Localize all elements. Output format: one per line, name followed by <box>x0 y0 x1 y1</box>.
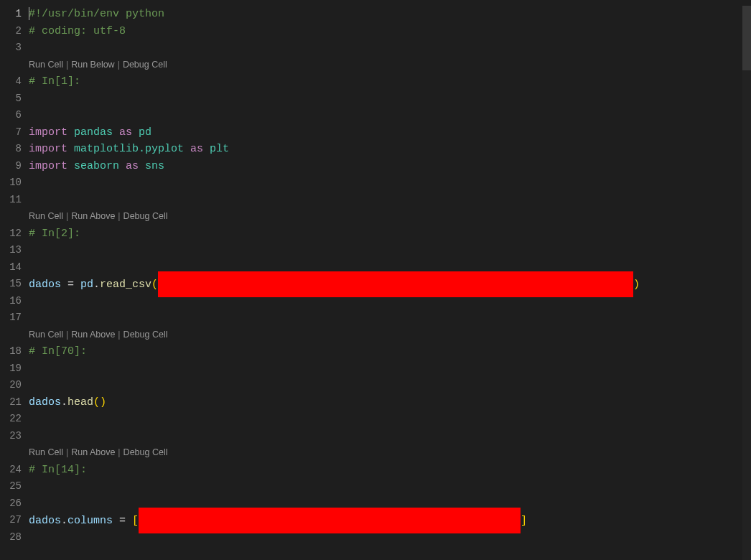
code-token: as <box>190 143 203 155</box>
line-number-gutter: 1 2 3 4 5 6 7 8 9 10 11 12 13 14 15 16 1… <box>0 6 29 560</box>
line-number: 18 <box>0 343 22 360</box>
line-number: 14 <box>0 259 22 276</box>
line-number: 8 <box>0 141 22 158</box>
line-number: 25 <box>0 478 22 495</box>
line-number: 26 <box>0 495 22 513</box>
line-number: 17 <box>0 309 22 327</box>
code-token: dados <box>29 515 61 527</box>
code-token: [ <box>132 515 139 527</box>
line-number: 20 <box>0 377 22 394</box>
code-token: read_csv <box>100 279 151 291</box>
line-number: 19 <box>0 360 22 378</box>
redacted-block <box>158 271 633 297</box>
codelens-run-cell[interactable]: Run Cell <box>29 208 63 225</box>
line-number: 12 <box>0 225 22 243</box>
redacted-block <box>139 508 521 533</box>
line-number: 10 <box>0 174 22 192</box>
code-token: ( <box>93 396 100 409</box>
code-token: # In[1]: <box>29 75 80 88</box>
line-number: 22 <box>0 411 22 428</box>
codelens-run-cell[interactable]: Run Cell <box>29 57 63 74</box>
line-number: 9 <box>0 158 22 175</box>
code-token: pd <box>80 279 93 291</box>
code-token: # In[2]: <box>29 228 80 240</box>
codelens-debug-cell[interactable]: Debug Cell <box>123 327 168 344</box>
code-token: ) <box>633 279 640 291</box>
code-token: matplotlib.pyplot <box>74 143 184 155</box>
line-number: 23 <box>0 428 22 445</box>
codelens-debug-cell[interactable]: Debug Cell <box>123 208 168 225</box>
codelens-run-cell[interactable]: Run Cell <box>29 327 63 344</box>
code-token: ] <box>521 515 527 527</box>
code-token: . <box>61 396 67 409</box>
code-token: dados <box>29 396 61 409</box>
codelens-run-above[interactable]: Run Above <box>71 208 115 225</box>
code-token: # In[14]: <box>29 464 87 476</box>
code-token: as <box>119 126 132 139</box>
line-number: 21 <box>0 394 22 411</box>
line-number: 7 <box>0 124 22 141</box>
code-token: . <box>93 279 100 291</box>
code-token: # In[70]: <box>29 345 87 358</box>
line-number: 4 <box>0 73 22 90</box>
code-token: pd <box>139 126 151 139</box>
code-token: sns <box>145 160 164 172</box>
line-number: 28 <box>0 529 22 546</box>
code-token: head <box>67 396 93 409</box>
code-token: plt <box>210 143 229 155</box>
line-number: 16 <box>0 293 22 310</box>
code-token: #!/usr/bin/env python <box>29 8 164 20</box>
code-token: pandas <box>74 126 113 139</box>
codelens-debug-cell[interactable]: Debug Cell <box>123 444 168 462</box>
code-token: ) <box>100 396 106 409</box>
code-token: seaborn <box>74 160 119 172</box>
codelens-run-cell[interactable]: Run Cell <box>29 444 63 462</box>
line-number: 6 <box>0 107 22 124</box>
line-number: 5 <box>0 90 22 108</box>
codelens-row: Run Cell | Run Below | Debug Cell <box>29 57 751 74</box>
codelens-row: Run Cell | Run Above | Debug Cell <box>29 208 751 225</box>
code-token: import <box>29 126 67 139</box>
code-token: dados <box>29 279 61 291</box>
line-number: 11 <box>0 192 22 209</box>
code-token: as <box>126 160 139 172</box>
codelens-debug-cell[interactable]: Debug Cell <box>123 57 167 74</box>
line-number: 3 <box>0 39 22 57</box>
line-number: 13 <box>0 242 22 259</box>
code-token: = <box>61 279 80 291</box>
codelens-row: Run Cell | Run Above | Debug Cell <box>29 444 751 462</box>
line-number: 24 <box>0 462 22 479</box>
line-number: 1 <box>0 6 22 23</box>
code-token: import <box>29 143 67 155</box>
code-token: # coding: utf-8 <box>29 25 126 37</box>
codelens-run-above[interactable]: Run Above <box>71 444 115 462</box>
code-token: import <box>29 160 67 172</box>
code-area[interactable]: #!/usr/bin/env python # coding: utf-8 Ru… <box>29 6 751 560</box>
scrollbar-thumb[interactable] <box>742 6 751 70</box>
code-editor[interactable]: 1 2 3 4 5 6 7 8 9 10 11 12 13 14 15 16 1… <box>0 0 751 560</box>
code-token: = <box>113 515 132 527</box>
code-token: ( <box>151 279 158 291</box>
line-number: 2 <box>0 23 22 40</box>
vertical-scrollbar[interactable] <box>742 6 751 560</box>
code-token: columns <box>67 515 113 527</box>
line-number: 15 <box>0 276 22 293</box>
code-token: . <box>61 515 67 527</box>
codelens-run-above[interactable]: Run Above <box>71 327 115 344</box>
codelens-run-below[interactable]: Run Below <box>71 57 114 74</box>
line-number: 27 <box>0 512 22 529</box>
codelens-row: Run Cell | Run Above | Debug Cell <box>29 327 751 344</box>
